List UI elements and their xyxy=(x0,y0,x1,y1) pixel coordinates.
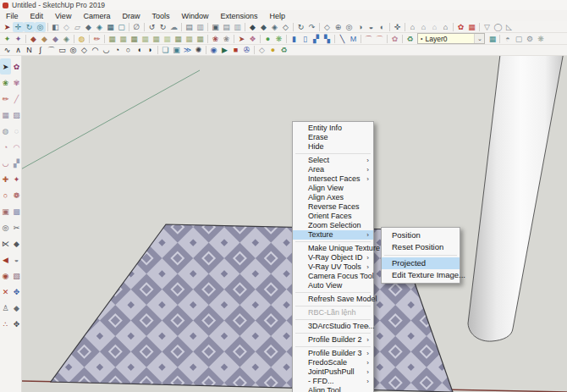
pencil-red-icon[interactable]: ✏ xyxy=(0,91,11,107)
grass-green-icon[interactable]: ❋ xyxy=(273,34,284,44)
swirl-blue-icon[interactable]: ✇ xyxy=(241,45,252,55)
scene-export-icon[interactable]: ▤ xyxy=(184,22,195,32)
gear-gray-icon[interactable]: ⚙ xyxy=(524,34,535,44)
context-menu-item-orient-faces[interactable]: Orient Faces xyxy=(293,212,373,221)
arc-red-1-icon[interactable]: ⌒ xyxy=(363,34,374,44)
bezier-icon[interactable]: Ν xyxy=(24,45,35,55)
arrows-blue-icon[interactable]: ✥ xyxy=(11,284,22,300)
scissors-icon[interactable]: ✂ xyxy=(11,219,22,235)
arc-icon[interactable]: ⌒ xyxy=(46,45,57,55)
brush-icon[interactable]: ◈ xyxy=(61,34,72,44)
right-view-icon[interactable]: ◑ xyxy=(355,22,366,32)
context-menu-item-jointpushpull[interactable]: JointPushPull› xyxy=(293,367,373,377)
select-arrow-icon[interactable]: ➤ xyxy=(0,58,11,75)
style-cube-3-icon[interactable]: ◈ xyxy=(269,22,280,32)
slash-tool-icon[interactable]: ╲ xyxy=(337,34,348,44)
menu-file[interactable]: File xyxy=(0,12,25,20)
cloud-icon[interactable]: ☁ xyxy=(168,22,179,32)
context-menu-item-area[interactable]: Area› xyxy=(293,165,373,174)
back-view-icon[interactable]: ◒ xyxy=(366,22,377,32)
house-light-icon[interactable]: ⌂ xyxy=(429,22,440,32)
mirror-left-icon[interactable]: ▮ xyxy=(289,34,300,44)
context-menu-item-profile-builder-3[interactable]: Profile Builder 3› xyxy=(293,349,373,358)
monitor-teal-icon[interactable]: ▣ xyxy=(171,45,182,55)
context-menu-item-texture[interactable]: Texture› xyxy=(293,230,373,240)
texture-a-icon[interactable]: ▦ xyxy=(0,107,11,123)
context-menu-item-ffd[interactable]: - FFD...› xyxy=(293,377,373,386)
context-menu-item-select[interactable]: Select› xyxy=(293,156,373,165)
leaf-green-icon[interactable]: ❀ xyxy=(0,75,11,91)
speaker-red-icon[interactable]: ◀ xyxy=(0,251,11,268)
redo-icon[interactable]: ↻ xyxy=(157,22,168,32)
move-cross-icon[interactable]: ✥ xyxy=(11,316,22,332)
layers-icon[interactable]: ▦ xyxy=(487,34,498,44)
front-view-icon[interactable]: ◎ xyxy=(344,22,355,32)
pan-tool-icon[interactable]: ✛ xyxy=(13,22,24,32)
submenu-item-position[interactable]: Position xyxy=(382,229,460,241)
make-component-icon[interactable]: ◧ xyxy=(50,22,61,32)
submenu-item-reset-position[interactable]: Reset Position xyxy=(382,241,460,253)
vray-frame-buffer-icon[interactable]: ▦ xyxy=(466,22,477,32)
grass-gray-icon[interactable]: ❋ xyxy=(535,34,546,44)
context-menu-item-align-tool[interactable]: Align Tool xyxy=(293,386,373,392)
monitor-add-icon[interactable]: ▤ xyxy=(221,22,232,32)
menu-edit[interactable]: Edit xyxy=(25,12,50,20)
shaded-cube-icon[interactable]: ◈ xyxy=(94,22,105,32)
scene-icon[interactable]: ▥ xyxy=(195,22,206,32)
submenu-item-edit-texture-image[interactable]: Edit Texture Image... xyxy=(382,269,460,281)
arc-pink-icon[interactable]: ◠ xyxy=(11,139,22,155)
dome-gray-icon[interactable]: ◓ xyxy=(502,34,513,44)
arc-bottom-icon[interactable]: ◡ xyxy=(101,45,112,55)
house-front-icon[interactable]: ⌂ xyxy=(407,22,418,32)
car-icon[interactable]: ◆ xyxy=(11,300,22,316)
layer-combobox[interactable]: • Layer0 ⌄ xyxy=(417,33,485,44)
context-menu-item-align-view[interactable]: Align View xyxy=(293,184,373,193)
paint-bucket-icon[interactable]: ◍ xyxy=(76,34,87,44)
fill-tan-icon[interactable]: ◆ xyxy=(39,34,50,44)
play-icon[interactable]: ▶ xyxy=(219,45,230,55)
padlock-icon[interactable]: ● xyxy=(267,45,278,55)
bag-icon[interactable]: ◆ xyxy=(50,34,61,44)
style-cube-1-icon[interactable]: ◆ xyxy=(247,22,258,32)
footprints-icon[interactable]: ∴ xyxy=(0,316,11,332)
monitor-icon[interactable]: ▣ xyxy=(210,22,221,32)
arrows-blue-icon[interactable]: ≫ xyxy=(182,45,193,55)
context-menu-item-align-axes[interactable]: Align Axes xyxy=(293,193,373,202)
zoom-tool-icon[interactable]: ◎ xyxy=(35,22,46,32)
stop-red-icon[interactable]: ■ xyxy=(230,45,241,55)
wireframe-cube-icon[interactable]: ▢ xyxy=(116,22,127,32)
menu-tools[interactable]: Tools xyxy=(146,12,175,20)
sphere-outline-icon[interactable]: ◯ xyxy=(493,22,504,32)
ellipse-icon[interactable]: ◇ xyxy=(79,45,90,55)
context-menu-item-make-unique-texture[interactable]: Make Unique Texture xyxy=(293,244,373,253)
line-pink-icon[interactable]: ╱ xyxy=(11,91,22,107)
person-icon[interactable]: ♙ xyxy=(0,300,11,316)
context-menu-item-entity-info[interactable]: Entity Info xyxy=(293,124,373,133)
material-green-icon[interactable]: ✦ xyxy=(2,34,13,44)
cursor-k-icon[interactable]: ⋉ xyxy=(0,235,11,251)
polygon-icon[interactable]: ○ xyxy=(123,45,134,55)
star-red-icon[interactable]: ✦ xyxy=(11,171,22,187)
shield-icon[interactable]: ◇ xyxy=(256,45,267,55)
magnifier-red-icon[interactable]: ◉ xyxy=(0,268,11,284)
context-menu-item-fredoscale[interactable]: FredoScale› xyxy=(293,358,373,367)
look-around-icon[interactable]: ↷ xyxy=(306,22,317,32)
tool-pink-icon[interactable]: ❖ xyxy=(247,34,258,44)
sphere-green-icon[interactable]: ● xyxy=(262,34,273,44)
context-menu-item-erase[interactable]: Erase xyxy=(293,133,373,142)
recycle-green-icon[interactable]: ♻ xyxy=(278,45,289,55)
tool-red-icon[interactable]: ➤ xyxy=(236,34,247,44)
circle-icon[interactable]: ◎ xyxy=(68,45,79,55)
undo-icon[interactable]: ↺ xyxy=(146,22,157,32)
material-sample-5-icon[interactable]: ▦ xyxy=(151,34,162,44)
monitor-image-icon[interactable]: ▥ xyxy=(232,22,243,32)
freehand-icon[interactable]: ∿ xyxy=(2,45,13,55)
solid-cube-icon[interactable]: ◆ xyxy=(83,22,94,32)
sparkle-icon[interactable]: ✺ xyxy=(193,45,204,55)
helmet-icon[interactable]: ◒ xyxy=(11,251,22,268)
menu-camera[interactable]: Camera xyxy=(77,12,116,20)
curve-left-icon[interactable]: ◖ xyxy=(134,45,145,55)
refresh-green-icon[interactable]: ♻ xyxy=(405,34,416,44)
context-menu-item-hide[interactable]: Hide xyxy=(293,142,373,152)
cone-outline-icon[interactable]: ◺ xyxy=(504,22,515,32)
